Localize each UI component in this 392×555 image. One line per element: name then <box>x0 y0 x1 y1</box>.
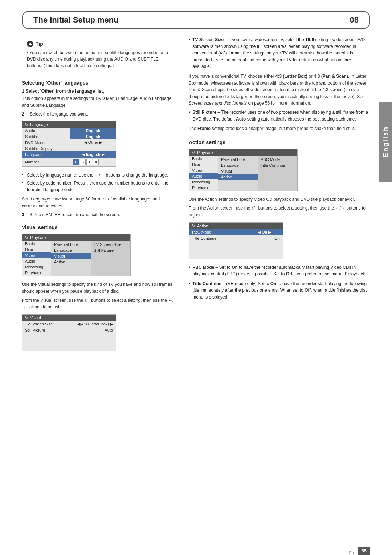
playback-left-col: Basic Disc Video Audio Recording Playbac… <box>22 241 51 276</box>
tv-screen-size-bullet: • TV Screen Size – If you have a widescr… <box>189 36 370 70</box>
action-playback-screenshot: ↻ Playback Basic Disc Video Audio Record… <box>189 149 298 191</box>
visual-body1: Use the Visual settings to specify the k… <box>22 281 178 295</box>
action-submenu-screenshot: ↻ Action PBC Mode ◀ On ▶ Title Continue … <box>189 222 283 259</box>
bullet-item: • Select by language name: Use the ←/→ b… <box>22 172 178 178</box>
tip-header: ◆ Tip <box>27 41 173 47</box>
playback-mid-col: Parental Look Language Visual Action <box>51 241 91 276</box>
tip-icon: ◆ <box>27 41 33 47</box>
action-sub-col: PBC Mode Title Continue <box>258 156 297 191</box>
language-bullets: • Select by language name: Use the ←/→ b… <box>22 172 178 193</box>
visual-body2: From the Visual screen, use the ↑/↓ butt… <box>22 297 178 311</box>
language-menu-titlebar: ↻ Language <box>22 121 116 128</box>
header-bar: The Initial Setup menu 08 <box>22 11 370 29</box>
list-item: Disc <box>22 247 51 252</box>
playback-sub-col: TV Screen Size Still Picture <box>91 241 130 276</box>
step2-line: 2 Select the language you want. <box>22 111 178 117</box>
language-menu-table: Audio English Subtitle English DVD Menu … <box>22 128 116 166</box>
step1-heading: 1 Select 'Other' from the language list. <box>22 89 178 94</box>
page-language-label: En <box>349 551 354 555</box>
list-item: Title Continue <box>258 162 297 168</box>
language-menu-screenshot: ↻ Language Audio English Subtitle Englis… <box>22 121 116 167</box>
page: The Initial Setup menu 08 English ◆ Tip … <box>0 11 392 555</box>
visual-playback-screenshot: ↻ Playback Basic Disc Video Audio Record… <box>22 234 131 276</box>
list-item: Basic <box>189 156 218 162</box>
tip-label: Tip <box>36 41 43 47</box>
side-language-label: English <box>379 102 392 182</box>
list-item: PBC Mode <box>258 157 297 162</box>
list-item: Parental Look <box>218 157 258 162</box>
still-picture-bullet: • Still Picture – The recorder uses one … <box>189 109 370 122</box>
table-row: Still Picture Auto <box>22 327 116 333</box>
content-area: ◆ Tip • You can switch between the audio… <box>0 36 392 356</box>
table-row: TV Screen Size ◀ 4:3 (Letter Box) ▶ <box>22 321 116 327</box>
table-row-selected: PBC Mode ◀ On ▶ <box>189 229 283 235</box>
visual-submenu-table: TV Screen Size ◀ 4:3 (Letter Box) ▶ Stil… <box>22 321 116 351</box>
list-item: Playback <box>189 185 218 191</box>
action-playback-title: Playback <box>197 150 213 155</box>
list-item: TV Screen Size <box>91 242 130 247</box>
list-item: Language <box>51 247 91 253</box>
action-submenu-titlebar: ↻ Action <box>189 223 283 229</box>
step2-text: Select the language you want. <box>30 111 88 117</box>
left-column: ◆ Tip • You can switch between the audio… <box>22 36 178 356</box>
table-row-number: Number 0 5 1 4 <box>22 158 116 166</box>
right-column: • TV Screen Size – If you have a widescr… <box>189 36 370 356</box>
visual-settings-heading: Visual settings <box>22 224 178 230</box>
table-row-empty <box>189 253 283 259</box>
step3-line: 3 3 Press ENTER to confirm and exit the … <box>22 211 178 218</box>
tip-box: ◆ Tip • You can switch between the audio… <box>22 36 178 73</box>
list-item-selected: Visual <box>51 253 91 259</box>
visual-submenu-title: Visual <box>30 316 41 320</box>
action-body2: From the Action screen, use the ↑/↓ butt… <box>189 205 370 218</box>
list-item: Disc <box>189 162 218 167</box>
visual-submenu-titlebar: ↻ Visual <box>22 315 116 321</box>
step1-body: This option appears in the settings for … <box>22 95 178 109</box>
list-item: Language <box>218 162 258 168</box>
visual-playback-titlebar: ↻ Playback <box>22 234 130 241</box>
bullet-item: • Select by code number: Press ↓ then us… <box>22 180 178 193</box>
action-mid-col: Parental Look Language Visual Action <box>218 156 258 191</box>
step3-text: 3 Press ENTER to confirm and exit the sc… <box>30 211 120 218</box>
table-row: DVD Menu ◀ Other ▶ <box>22 139 116 146</box>
playback-menu-cols: Basic Disc Video Audio Recording Playbac… <box>22 241 130 276</box>
title-continue-bullet: • Title Continue – (VR mode only) Set to… <box>189 280 370 301</box>
list-item: Recording <box>189 179 218 185</box>
list-item: Playback <box>22 270 51 276</box>
tip-text: • You can switch between the audio and s… <box>27 49 173 69</box>
action-submenu-title: Action <box>197 224 208 228</box>
action-submenu-table: PBC Mode ◀ On ▶ Title Continue On <box>189 229 283 259</box>
pbc-mode-bullet: • PBC Mode – Set to On to have the recor… <box>189 264 370 278</box>
language-menu-title: Language <box>30 122 48 127</box>
selecting-other-heading: Selecting 'Other' languages <box>22 80 178 86</box>
list-item: Recording <box>22 264 51 270</box>
action-menu-cols: Basic Disc Video Audio Recording Playbac… <box>189 156 297 191</box>
list-item: Parental Look <box>51 242 91 247</box>
table-row: Subtitle Display <box>22 146 116 151</box>
visual-submenu-screenshot: ↻ Visual TV Screen Size ◀ 4:3 (Letter Bo… <box>22 314 116 351</box>
list-item: Audio <box>22 258 51 264</box>
list-item-selected: Audio <box>189 173 218 179</box>
table-row-selected: Language ◀ English ▶ <box>22 151 116 158</box>
list-item: Visual <box>218 168 258 174</box>
frame-text: The Frame setting produces a sharper ima… <box>189 125 370 132</box>
list-item: Action <box>51 259 91 265</box>
table-row-empty <box>189 241 283 247</box>
visual-playback-title: Playback <box>30 235 46 240</box>
chapter-number: 08 <box>350 15 359 25</box>
list-item: Video <box>189 167 218 173</box>
action-left-col: Basic Disc Video Audio Recording Playbac… <box>189 156 218 191</box>
list-item-selected: Video <box>22 252 51 258</box>
action-settings-heading: Action settings <box>189 139 370 145</box>
page-number: 55 <box>358 547 370 555</box>
list-item: Still Picture <box>91 247 130 253</box>
table-row: Subtitle English <box>22 134 116 139</box>
table-row-empty <box>22 333 116 339</box>
table-row: Title Continue On <box>189 235 283 241</box>
action-body1: Use the Action settings to specify Video… <box>189 196 370 203</box>
table-row-empty <box>22 339 116 345</box>
table-row-empty <box>22 345 116 351</box>
see-language-code: See Language code list on page 60 for a … <box>22 196 178 209</box>
conventional-tv-text: If you have a conventional TV, choose ei… <box>189 73 370 107</box>
table-row-empty <box>189 247 283 253</box>
page-title: The Initial Setup menu <box>33 15 119 25</box>
